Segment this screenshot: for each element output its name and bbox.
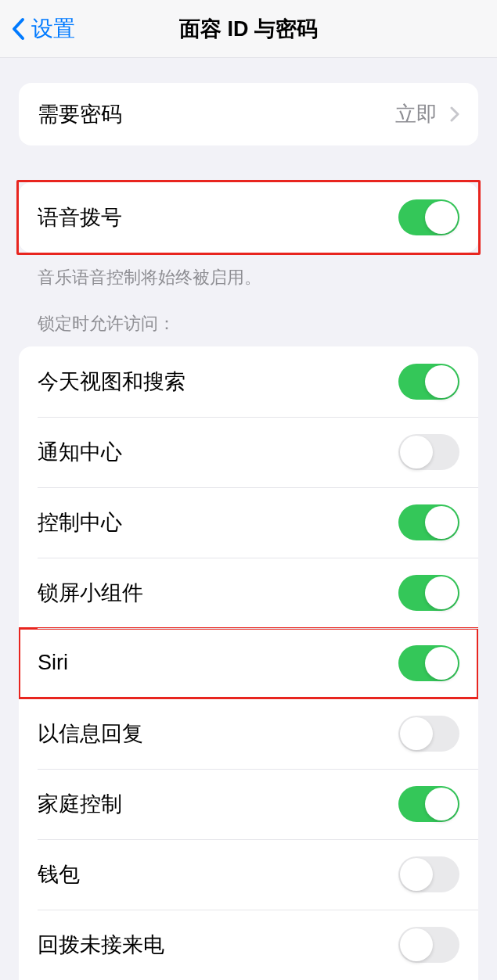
reply-with-message-row: 以信息回复 [19,698,478,769]
today-view-toggle[interactable] [398,364,459,400]
highlight-voice-dial: 语音拨号 [16,180,481,255]
home-control-toggle[interactable] [398,786,459,822]
home-control-label: 家庭控制 [38,790,122,818]
chevron-right-icon [450,106,459,122]
notification-center-toggle[interactable] [398,434,459,470]
back-label: 设置 [31,14,75,44]
wallet-label: 钱包 [38,860,80,888]
home-control-row: 家庭控制 [19,769,478,839]
control-center-row: 控制中心 [19,487,478,558]
lock-access-group: 今天视图和搜索 通知中心 控制中心 锁屏小组件 Siri 以信息回复 家庭控制 [19,346,478,980]
voice-dial-footer: 音乐语音控制将始终被启用。 [19,255,478,290]
return-missed-calls-label: 回拨未接来电 [38,931,164,959]
require-passcode-value: 立即 [395,100,438,128]
return-missed-calls-row: 回拨未接来电 [19,910,478,980]
voice-dial-toggle[interactable] [398,199,459,235]
siri-row: Siri [19,628,478,698]
back-button[interactable]: 设置 [0,14,75,44]
lock-access-header: 锁定时允许访问： [19,312,478,346]
lock-screen-widgets-row: 锁屏小组件 [19,558,478,628]
today-view-label: 今天视图和搜索 [38,368,185,396]
notification-center-row: 通知中心 [19,417,478,487]
voice-dial-row: 语音拨号 [19,182,478,253]
wallet-toggle[interactable] [398,856,459,892]
require-passcode-group: 需要密码 立即 [19,83,478,145]
require-passcode-row[interactable]: 需要密码 立即 [19,83,478,145]
reply-with-message-label: 以信息回复 [38,720,143,748]
wallet-row: 钱包 [19,839,478,910]
control-center-label: 控制中心 [38,508,122,537]
return-missed-calls-toggle[interactable] [398,927,459,963]
control-center-toggle[interactable] [398,504,459,540]
reply-with-message-toggle[interactable] [398,716,459,752]
chevron-left-icon [11,17,25,41]
today-view-row: 今天视图和搜索 [19,346,478,417]
page-title: 面容 ID 与密码 [179,15,318,43]
voice-dial-group: 语音拨号 [19,182,478,253]
notification-center-label: 通知中心 [38,438,122,466]
siri-toggle[interactable] [398,645,459,681]
lock-screen-widgets-label: 锁屏小组件 [38,579,143,607]
lock-screen-widgets-toggle[interactable] [398,575,459,611]
navigation-bar: 设置 面容 ID 与密码 [0,0,497,58]
voice-dial-label: 语音拨号 [38,203,122,232]
siri-label: Siri [38,651,68,675]
require-passcode-label: 需要密码 [38,100,122,128]
